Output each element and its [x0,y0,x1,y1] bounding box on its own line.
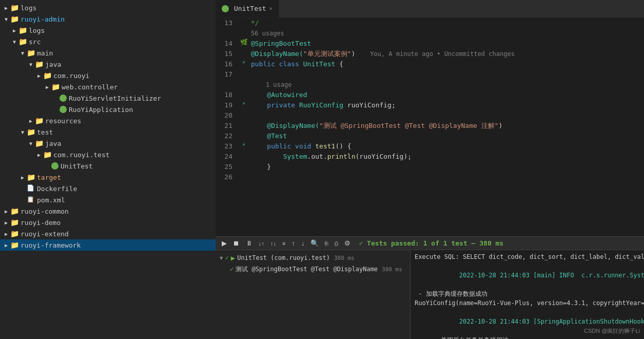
line-gutter: ⚡ [239,59,249,66]
folder-icon: 📁 [10,241,18,249]
close-tab-icon[interactable]: ✕ [269,5,273,12]
gutter-icon: ⚡ [242,100,246,107]
line-number: 17 [216,69,239,80]
down-button[interactable]: ↓ [299,238,307,248]
gutter-icon: ⚡ [242,141,246,148]
code-line-hint: 56 usages [216,28,644,39]
console-line: - ====关闭后台任务任务线程池==== [415,335,640,339]
console-timestamp: 2022-10-28 21:44:03 [main] INFO c.r.s.ru… [459,272,644,279]
line-number: 14 [216,39,239,49]
tree-expand-icon: ▼ [220,255,223,261]
tree-label: pom.xml [37,196,65,204]
tree-label: web.controller [62,83,118,91]
folder-icon: 📁 [43,71,51,80]
tree-label: logs [21,4,36,12]
tree-item-ruoyi-framework[interactable]: ▶ 📁 ruoyi-framework [0,239,216,251]
tree-item-logs-child[interactable]: ▶ 📁 logs [0,25,216,36]
spring-icon [60,95,67,102]
sort-alpha-button[interactable]: ↓↑ [257,239,266,248]
tree-item-main[interactable]: ▼ 📁 main [0,47,216,59]
code-line: 25 } [216,162,644,172]
line-code: */ [249,18,644,28]
tree-item-com-ruoyi[interactable]: ▶ 📁 com.ruoyi [0,70,216,81]
line-number: 13 [216,18,239,28]
tree-label: UnitTest [61,162,93,170]
test-toolbar: ▶ ⏹ ⏸ ↓↑ ↑↓ ≡ ↑ ↓ 🔍 ⎘ ⎙ ⚙ ✓ Tests passed… [216,237,644,250]
console-output[interactable]: Execute SQL: SELECT dict_code, dict_sort… [411,250,644,339]
line-code: private RuoYiConfig ruoYiConfig; [249,100,644,110]
arrow-icon: ▼ [18,129,27,135]
line-number: 23 [216,141,239,152]
code-line: 26 [216,172,644,182]
console-line: Execute SQL: SELECT dict_code, dict_sort… [415,252,640,261]
spring-icon [51,162,58,170]
sort-button2[interactable]: ↑↓ [268,239,278,248]
tree-item-ruoyi-application[interactable]: ▶ RuoYiApplication [0,104,216,115]
tree-item-ruoyi-common[interactable]: ▶ 📁 ruoyi-common [0,205,216,217]
settings-button[interactable]: ⚙ [342,238,353,248]
code-line: 15 @DisplayName("单元测试案例") You, A minute … [216,49,644,59]
test-tree-item[interactable]: ▼ ✓ ▶ UnitTest (com.ruoyi.test) 380 ms [216,252,410,263]
export2-button[interactable]: ⎙ [333,239,340,248]
line-code: 1 usage [249,80,644,90]
bottom-content: ▼ ✓ ▶ UnitTest (com.ruoyi.test) 380 ms ✓… [216,250,644,339]
gutter-icon: ⚡ [242,59,246,66]
tree-item-ruoyi-demo[interactable]: ▶ 📁 ruoyi-demo [0,217,216,228]
arrow-icon: ▶ [27,118,35,124]
code-line: 19 ⚡ private RuoYiConfig ruoYiConfig; [216,100,644,110]
arrow-icon: ▼ [10,39,18,45]
tree-item-logs-root[interactable]: ▶ 📁 logs [0,2,216,13]
tab-bar: UnitTest ✕ [216,0,644,18]
tree-item-web-controller[interactable]: ▶ 📁 web.controller [0,81,216,92]
tree-label: com.ruoyi.test [53,151,110,159]
tree-item-java[interactable]: ▼ 📁 java [0,59,216,70]
tree-label: ruoyi-extend [21,230,69,238]
tree-label: logs [29,27,45,34]
tab-unitTest[interactable]: UnitTest ✕ [216,0,279,17]
arrow-icon: ▶ [2,220,10,225]
pause-button[interactable]: ⏸ [244,238,255,248]
tree-item-resources[interactable]: ▶ 📁 resources [0,115,216,126]
export-button[interactable]: ⎘ [323,239,330,248]
run-button[interactable]: ▶ [220,238,229,248]
tree-label: ruoyi-admin [21,15,65,23]
arrow-icon: ▶ [35,73,43,79]
tree-item-src[interactable]: ▼ 📁 src [0,36,216,47]
arrow-icon: ▼ [18,50,27,56]
tree-item-dockerfile[interactable]: ▶ 📄 Dockerfile [0,183,216,194]
line-number: 16 [216,59,239,69]
tree-label: java [45,61,61,68]
line-code: @Autowired [249,90,644,100]
stop-button[interactable]: ⏹ [231,238,242,248]
tree-item-com-ruoyi-test[interactable]: ▶ 📁 com.ruoyi.test [0,149,216,160]
line-code: public class UnitTest { [249,59,644,69]
console-line: RuoYiConfig(name=RuoYi-Vue-Plus, version… [415,298,640,308]
folder-icon: 📁 [27,49,35,57]
tree-item-ruoyi-extend[interactable]: ▶ 📁 ruoyi-extend [0,228,216,239]
tree-item-pom-xml[interactable]: ▶ 📋 pom.xml [0,194,216,205]
tree-item-ruoyi-admin[interactable]: ▼ 📁 ruoyi-admin [0,13,216,25]
test-tree-child-item[interactable]: ✓ 测试 @SpringBootTest @Test @DisplayName … [216,263,410,275]
up-button[interactable]: ↑ [289,238,297,248]
folder-icon: 📁 [18,26,27,34]
code-line: 13 */ [216,18,644,28]
folder-icon: 📁 [10,207,18,215]
tree-item-test[interactable]: ▼ 📁 test [0,126,216,138]
spring-icon [60,106,67,113]
folder-icon: 📁 [10,218,18,227]
tree-item-target[interactable]: ▶ 📁 target [0,172,216,183]
tree-item-unit-test[interactable]: ▶ UnitTest [0,160,216,172]
line-code: @Test [249,131,644,141]
code-editor[interactable]: 13 */ 56 usages 14 🌿 @SpringBootTest 15 … [216,18,644,236]
line-code: System.out.println(ruoYiConfig); [249,152,644,162]
line-code: @DisplayName("测试 @SpringBootTest @Test @… [249,121,644,131]
folder-icon: 📁 [35,117,43,125]
folder-icon: 📁 [27,128,35,136]
line-number: 18 [216,90,239,100]
nav-button[interactable]: ≡ [280,239,287,248]
tree-item-java-test[interactable]: ▼ 📁 java [0,138,216,149]
tree-item-servlet-initializer[interactable]: ▶ RuoYiServletInitializer [0,92,216,104]
folder-icon: 📁 [10,230,18,238]
arrow-icon: ▶ [2,5,10,11]
search-button[interactable]: 🔍 [308,238,321,248]
